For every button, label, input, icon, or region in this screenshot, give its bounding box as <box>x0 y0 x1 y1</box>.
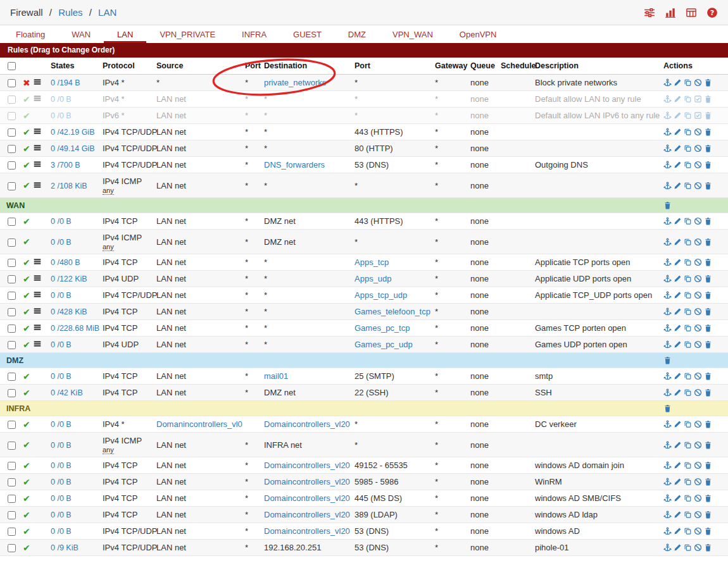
trash-icon[interactable] <box>704 494 712 502</box>
edit-icon[interactable] <box>674 275 682 283</box>
dst-port-alias-link[interactable]: Games_pc_udp <box>355 340 413 349</box>
anchor-icon[interactable] <box>663 128 672 136</box>
trash-icon[interactable] <box>704 144 712 152</box>
row-checkbox[interactable] <box>8 275 16 283</box>
states-link[interactable]: 0 /0 B <box>51 441 72 450</box>
copy-icon[interactable] <box>684 478 692 486</box>
edit-icon[interactable] <box>674 388 682 397</box>
copy-icon[interactable] <box>684 324 692 332</box>
row-checkbox[interactable] <box>8 462 16 470</box>
trash-icon[interactable] <box>704 441 712 449</box>
copy-icon[interactable] <box>684 527 692 535</box>
row-checkbox[interactable] <box>8 79 16 87</box>
row-checkbox[interactable] <box>8 259 16 267</box>
states-link[interactable]: 0 /0 B <box>51 420 72 429</box>
ban-icon[interactable] <box>694 510 702 519</box>
edit-icon[interactable] <box>674 340 682 349</box>
ban-icon[interactable] <box>694 461 702 469</box>
row-checkbox[interactable] <box>8 161 16 170</box>
copy-icon[interactable] <box>684 291 692 299</box>
edit-icon[interactable] <box>674 217 682 225</box>
row-checkbox[interactable] <box>8 292 16 300</box>
copy-icon[interactable] <box>684 217 692 225</box>
trash-icon[interactable] <box>704 182 712 190</box>
ban-icon[interactable] <box>694 238 702 246</box>
anchor-icon[interactable] <box>663 372 672 380</box>
states-link[interactable]: 0 /428 KiB <box>51 307 87 316</box>
trash-icon[interactable] <box>704 78 712 87</box>
destination-alias-link[interactable]: Domaincontrollers_vl20 <box>264 461 350 470</box>
row-checkbox[interactable] <box>8 112 16 120</box>
anchor-icon[interactable] <box>663 324 672 332</box>
trash-icon[interactable] <box>704 291 712 299</box>
copy-icon[interactable] <box>684 182 692 190</box>
states-link[interactable]: 0 /228.68 MiB <box>51 324 99 333</box>
anchor-icon[interactable] <box>663 441 672 449</box>
row-checkbox[interactable] <box>8 544 16 552</box>
anchor-icon[interactable] <box>663 527 672 535</box>
ban-icon[interactable] <box>694 527 702 535</box>
copy-icon[interactable] <box>684 461 692 469</box>
ban-icon[interactable] <box>694 478 702 486</box>
states-link[interactable]: 2 /108 KiB <box>51 182 87 190</box>
trash-icon[interactable] <box>704 543 712 552</box>
destination-alias-link[interactable]: private_networks <box>264 78 326 87</box>
edit-icon[interactable] <box>674 527 682 535</box>
ban-icon[interactable] <box>694 307 702 316</box>
states-link[interactable]: 0 /480 B <box>51 258 80 267</box>
source-alias-link[interactable]: Domanincontrollers_vl0 <box>156 419 242 429</box>
edit-icon[interactable] <box>674 182 682 190</box>
edit-icon[interactable] <box>674 543 682 552</box>
dst-port-alias-link[interactable]: Apps_udp <box>355 274 392 283</box>
edit-icon[interactable] <box>674 461 682 469</box>
ban-icon[interactable] <box>694 144 702 152</box>
copy-icon[interactable] <box>684 78 692 87</box>
ban-icon[interactable] <box>694 182 702 190</box>
anchor-icon[interactable] <box>663 238 672 246</box>
edit-icon[interactable] <box>674 372 682 380</box>
states-link[interactable]: 0 /0 B <box>51 461 72 470</box>
anchor-icon[interactable] <box>663 291 672 299</box>
edit-icon[interactable] <box>674 510 682 519</box>
states-link[interactable]: 0 /9 KiB <box>51 543 78 552</box>
row-checkbox[interactable] <box>8 373 16 381</box>
enable-checkbox-icon[interactable] <box>694 111 702 120</box>
copy-icon[interactable] <box>684 340 692 349</box>
anchor-icon[interactable] <box>663 307 672 316</box>
breadcrumb-lan[interactable]: LAN <box>98 7 116 18</box>
states-link[interactable]: 0 /0 B <box>51 95 72 104</box>
copy-icon[interactable] <box>684 307 692 316</box>
anchor-icon[interactable] <box>663 543 672 552</box>
tab-vpn-wan[interactable]: VPN_WAN <box>379 26 446 43</box>
trash-icon[interactable] <box>704 372 712 380</box>
anchor-icon[interactable] <box>663 144 672 152</box>
copy-icon[interactable] <box>684 543 692 552</box>
trash-icon[interactable] <box>704 238 712 246</box>
edit-icon[interactable] <box>674 441 682 449</box>
states-link[interactable]: 0 /0 B <box>51 291 72 300</box>
anchor-icon[interactable] <box>663 494 672 502</box>
row-checkbox[interactable] <box>8 182 16 190</box>
copy-icon[interactable] <box>684 388 692 397</box>
anchor-icon[interactable] <box>663 217 672 225</box>
ban-icon[interactable] <box>694 543 702 552</box>
anchor-icon[interactable] <box>663 95 672 103</box>
enable-checkbox-icon[interactable] <box>694 95 702 103</box>
trash-icon[interactable] <box>663 201 672 209</box>
copy-icon[interactable] <box>684 161 692 169</box>
tab-dmz[interactable]: DMZ <box>335 26 379 43</box>
copy-icon[interactable] <box>684 111 692 120</box>
destination-alias-link[interactable]: Domaincontrollers_vl20 <box>264 493 350 503</box>
row-checkbox[interactable] <box>8 96 16 104</box>
copy-icon[interactable] <box>684 275 692 283</box>
copy-icon[interactable] <box>684 258 692 266</box>
ban-icon[interactable] <box>694 128 702 136</box>
states-link[interactable]: 0 /0 B <box>51 217 72 226</box>
ban-icon[interactable] <box>694 340 702 349</box>
destination-alias-link[interactable]: Domaincontrollers_vl20 <box>264 526 350 536</box>
edit-icon[interactable] <box>674 494 682 502</box>
anchor-icon[interactable] <box>663 258 672 266</box>
breadcrumb-rules[interactable]: Rules <box>58 7 82 18</box>
trash-icon[interactable] <box>704 161 712 169</box>
row-checkbox[interactable] <box>8 341 16 349</box>
